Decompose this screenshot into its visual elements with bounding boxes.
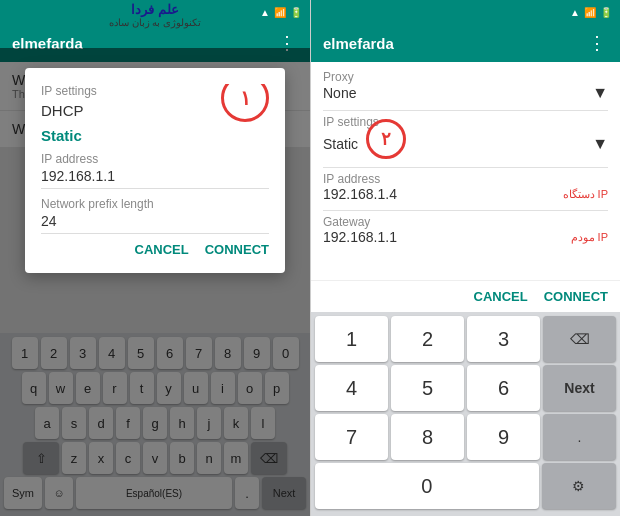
ip-address-value: 192.168.1.4: [323, 186, 397, 202]
numpad-1[interactable]: 1: [315, 316, 388, 362]
left-status-icons: ▲ 📶 🔋: [260, 7, 302, 18]
right-connect-button[interactable]: CONNECT: [544, 289, 608, 304]
numpad-6[interactable]: 6: [467, 365, 540, 411]
numpad-row-4: 0 ⚙: [315, 463, 616, 509]
right-status-icons: ▲ 📶 🔋: [570, 7, 612, 18]
ip-address-field: IP address 192.168.1.4 IP دستگاه: [323, 172, 608, 202]
numpad-8[interactable]: 8: [391, 414, 464, 460]
numpad-4[interactable]: 4: [315, 365, 388, 411]
ip-address-label: IP address: [41, 152, 269, 166]
gateway-label: Gateway: [323, 215, 608, 229]
right-screen: ▲ 📶 🔋 elmefarda ⋮ Proxy None ▼: [310, 0, 620, 516]
right-header-menu-icon[interactable]: ⋮: [588, 32, 608, 54]
right-header: elmefarda ⋮: [311, 24, 620, 62]
proxy-value: None: [323, 85, 356, 101]
left-dialog-actions: CANCEL CONNECT: [41, 242, 269, 257]
separator-3: [323, 210, 608, 211]
ip-address-value: 192.168.1.1: [41, 168, 269, 189]
right-battery-icon: 🔋: [600, 7, 612, 18]
numpad-settings[interactable]: ⚙: [542, 463, 617, 509]
ip-settings-value: Static: [323, 136, 358, 152]
network-prefix-label: Network prefix length: [41, 197, 269, 211]
left-connect-button[interactable]: CONNECT: [205, 242, 269, 257]
left-status-bar: ▲ 📶 🔋: [0, 0, 310, 24]
ip-settings-field: IP settings Static ۲ ▼: [323, 115, 608, 159]
numpad-0[interactable]: 0: [315, 463, 539, 509]
right-form-actions: CANCEL CONNECT: [311, 280, 620, 312]
proxy-dropdown-icon[interactable]: ▼: [592, 84, 608, 102]
ip-settings-dropdown-icon[interactable]: ▼: [592, 135, 608, 153]
numpad-next[interactable]: Next: [543, 365, 616, 411]
proxy-label: Proxy: [323, 70, 608, 84]
ip-settings-label: IP settings: [323, 115, 608, 129]
numpad-backspace[interactable]: ⌫: [543, 316, 616, 362]
numpad-5[interactable]: 5: [391, 365, 464, 411]
gateway-field: Gateway 192.168.1.1 IP مودم: [323, 215, 608, 245]
battery-icon: 🔋: [290, 7, 302, 18]
ip-annotation: IP دستگاه: [563, 188, 608, 201]
right-numpad: 1 2 3 ⌫ 4 5 6 Next 7 8 9 . 0 ⚙: [311, 312, 620, 516]
proxy-field: Proxy None ▼: [323, 70, 608, 102]
gateway-value: 192.168.1.1: [323, 229, 397, 245]
left-dialog: ۱ IP settings DHCP Static IP address 192…: [25, 68, 285, 273]
ip-address-label: IP address: [323, 172, 608, 186]
right-header-title: elmefarda: [323, 35, 394, 52]
right-status-bar: ▲ 📶 🔋: [311, 0, 620, 24]
right-signal-icon: ▲: [570, 7, 580, 18]
left-screen: علم فردا تکنولوژی به زبان ساده ▲ 📶 🔋 elm…: [0, 0, 310, 516]
separator-2: [323, 167, 608, 168]
left-dialog-overlay: ۱ IP settings DHCP Static IP address 192…: [0, 48, 310, 516]
numpad-3[interactable]: 3: [467, 316, 540, 362]
network-prefix-value: 24: [41, 213, 269, 234]
numpad-dot[interactable]: .: [543, 414, 616, 460]
numpad-row-1: 1 2 3 ⌫: [315, 316, 616, 362]
right-cancel-button[interactable]: CANCEL: [474, 289, 528, 304]
numpad-7[interactable]: 7: [315, 414, 388, 460]
left-cancel-button[interactable]: CANCEL: [135, 242, 189, 257]
static-option[interactable]: Static: [41, 127, 269, 144]
separator-1: [323, 110, 608, 111]
numpad-row-3: 7 8 9 .: [315, 414, 616, 460]
numpad-9[interactable]: 9: [467, 414, 540, 460]
wifi-icon: 📶: [274, 7, 286, 18]
numpad-2[interactable]: 2: [391, 316, 464, 362]
signal-icon: ▲: [260, 7, 270, 18]
numpad-row-2: 4 5 6 Next: [315, 365, 616, 411]
right-form-content: Proxy None ▼ IP settings Static ۲ ▼: [311, 62, 620, 280]
gateway-annotation: IP مودم: [571, 231, 608, 244]
right-wifi-icon: 📶: [584, 7, 596, 18]
circle-2: ۲: [366, 119, 406, 159]
